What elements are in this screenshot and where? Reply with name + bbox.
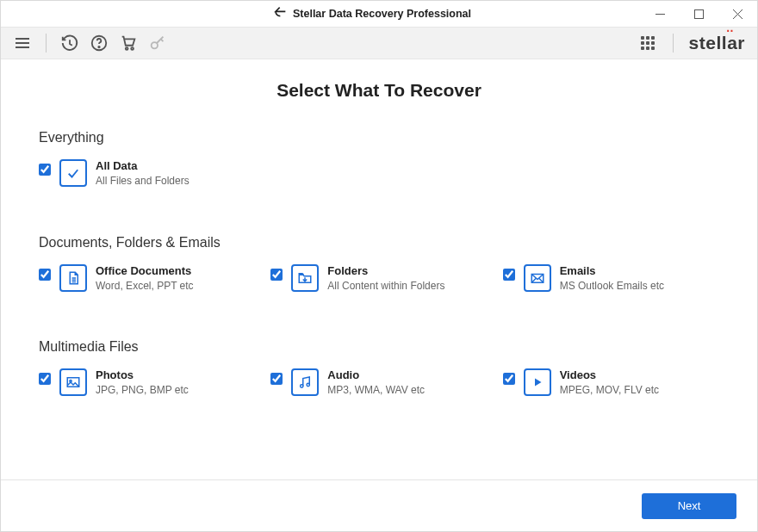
option-subtitle: MP3, WMA, WAV etc [327,383,425,398]
document-icon [59,264,87,292]
option-subtitle: MS Outlook Emails etc [560,279,664,294]
separator [46,34,47,53]
option-audio[interactable]: Audio MP3, WMA, WAV etc [270,368,487,398]
section-title-multimedia: Multimedia Files [39,339,719,355]
option-folders[interactable]: Folders All Content within Folders [270,264,487,294]
checkbox-office-documents[interactable] [39,269,51,281]
toolbar: stella..r [1,27,757,59]
section-multimedia: Multimedia Files Photos JPG, PNG, BMP et… [39,339,719,398]
close-button[interactable] [718,1,757,27]
svg-point-16 [307,384,309,387]
cart-button[interactable] [119,34,138,53]
window-title: Stellar Data Recovery Professional [293,8,471,20]
option-title: Folders [327,264,444,279]
option-subtitle: All Content within Folders [327,279,444,294]
checkbox-photos[interactable] [39,373,51,385]
checkbox-emails[interactable] [503,269,515,281]
window-controls [641,1,757,27]
option-title: All Data [96,159,190,174]
toolbar-right: stella..r [638,33,745,53]
svg-point-10 [131,47,134,50]
back-arrow-icon [274,5,288,22]
option-photos[interactable]: Photos JPG, PNG, BMP etc [39,368,255,398]
option-title: Office Documents [96,264,194,279]
check-icon [59,159,87,187]
option-title: Emails [560,264,664,279]
minimize-button[interactable] [641,1,680,27]
option-office-documents[interactable]: Office Documents Word, Excel, PPT etc [39,264,255,294]
brand-logo: stella..r [689,33,745,53]
music-icon [291,368,319,396]
svg-point-11 [152,42,158,48]
grid-icon [641,36,655,50]
apps-button[interactable] [638,34,657,53]
play-icon [524,368,551,396]
folder-icon [291,264,319,292]
option-subtitle: MPEG, MOV, FLV etc [560,383,659,398]
section-title-documents: Documents, Folders & Emails [39,235,719,251]
app-window: Stellar Data Recovery Professional [0,0,758,532]
next-button[interactable]: Next [642,493,736,519]
footer: Next [1,479,757,531]
photo-icon [59,368,87,396]
checkbox-videos[interactable] [503,373,515,385]
checkbox-folders[interactable] [270,269,283,281]
history-button[interactable] [60,34,79,53]
option-videos[interactable]: Videos MPEG, MOV, FLV etc [503,368,719,398]
option-emails[interactable]: Emails MS Outlook Emails etc [503,264,719,294]
page-title: Select What To Recover [39,80,719,101]
option-title: Videos [560,368,659,383]
option-subtitle: All Files and Folders [96,174,190,189]
titlebar: Stellar Data Recovery Professional [1,1,757,27]
section-title-everything: Everything [39,130,719,145]
option-all-data[interactable]: All Data All Files and Folders [39,159,266,189]
option-subtitle: Word, Excel, PPT etc [96,279,194,294]
svg-point-9 [126,47,128,50]
checkbox-audio[interactable] [270,373,283,385]
section-everything: Everything All Data All Files and Folder… [39,130,719,189]
menu-button[interactable] [13,34,32,53]
svg-point-8 [98,46,99,47]
section-documents: Documents, Folders & Emails Office Docum… [39,235,719,294]
separator [673,34,674,53]
option-subtitle: JPG, PNG, BMP etc [96,383,189,398]
help-button[interactable] [90,34,109,53]
option-title: Photos [96,368,189,383]
checkbox-all-data[interactable] [39,164,51,176]
maximize-button[interactable] [680,1,718,27]
svg-rect-1 [695,9,704,18]
option-title: Audio [327,368,425,383]
key-button[interactable] [148,34,167,53]
mail-icon [524,264,551,292]
svg-point-15 [301,385,303,387]
toolbar-left [13,34,167,53]
title-center: Stellar Data Recovery Professional [104,5,641,22]
content: Select What To Recover Everything All Da… [1,59,757,479]
